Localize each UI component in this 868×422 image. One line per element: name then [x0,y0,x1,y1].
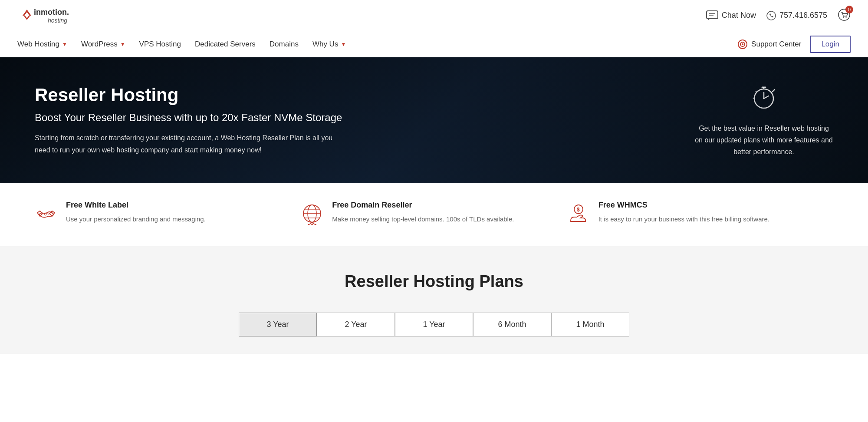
phone-action[interactable]: 757.416.6575 [766,11,827,20]
chat-now-link[interactable]: Chat Now [706,10,756,21]
feature-white-label: Free White Label Use your personalized b… [35,201,301,229]
login-button[interactable]: Login [810,36,851,53]
cart-count: 0 [845,6,853,13]
whmcs-body: Free WHMCS It is easy to run your busine… [598,201,769,224]
nav-wordpress[interactable]: WordPress ▼ [81,40,125,49]
whmcs-desc: It is easy to run your business with thi… [598,214,769,224]
nav-dedicated-servers-label: Dedicated Servers [195,40,256,49]
hero-side: Get the best value in Reseller web hosti… [694,83,833,158]
domain-reseller-desc: Make money selling top-level domains. 10… [332,214,514,224]
billing-tab-3year[interactable]: 3 Year [239,313,317,336]
nav-domains-label: Domains [270,40,299,49]
white-label-title: Free White Label [66,201,206,210]
nav-wordpress-label: WordPress [81,40,118,49]
billing-tabs: 3 Year 2 Year 1 Year 6 Month 1 Month [17,313,851,336]
hero-content: Reseller Hosting Boost Your Reseller Bus… [35,85,347,156]
whmcs-icon: $ [567,202,590,229]
globe-domain-icon [301,202,323,225]
svg-line-14 [764,96,769,99]
phone-number: 757.416.6575 [779,11,827,20]
nav-wordpress-chevron: ▼ [120,41,125,47]
support-icon [737,39,748,49]
nav-web-hosting-chevron: ▼ [62,41,67,47]
svg-point-18 [756,91,757,92]
main-nav: Web Hosting ▼ WordPress ▼ VPS Hosting De… [0,31,868,57]
top-bar: inmotion. hosting Chat Now 757.416.6575 [0,0,868,31]
nav-web-hosting[interactable]: Web Hosting ▼ [17,40,67,49]
billing-tab-1month[interactable]: 1 Month [551,313,629,336]
stopwatch-icon [750,83,778,111]
top-actions: Chat Now 757.416.6575 0 [706,8,851,23]
hero-section: Reseller Hosting Boost Your Reseller Bus… [0,57,868,183]
nav-why-us[interactable]: Why Us ▼ [312,40,346,49]
nav-dedicated-servers[interactable]: Dedicated Servers [195,40,256,49]
plans-section: Reseller Hosting Plans 3 Year 2 Year 1 Y… [0,246,868,354]
svg-point-20 [753,97,754,99]
svg-point-8 [845,16,846,17]
nav-web-hosting-label: Web Hosting [17,40,59,49]
domain-reseller-title: Free Domain Reseller [332,201,514,210]
cart-button[interactable]: 0 [838,8,851,23]
hero-description: Starting from scratch or transferring yo… [35,132,347,155]
logo-svg: inmotion. hosting [17,6,95,25]
phone-icon [766,11,776,20]
feature-domain-reseller: Free Domain Reseller Make money selling … [301,201,567,229]
white-label-body: Free White Label Use your personalized b… [66,201,206,224]
whmcs-title: Free WHMCS [598,201,769,210]
white-label-icon [35,202,57,229]
features-strip: Free White Label Use your personalized b… [0,183,868,246]
svg-rect-2 [707,11,718,19]
white-label-desc: Use your personalized branding and messa… [66,214,206,224]
hero-subtitle: Boost Your Reseller Business with up to … [35,111,347,124]
domain-reseller-icon [301,202,323,229]
nav-vps-hosting-label: VPS Hosting [139,40,181,49]
hero-side-icon [694,83,833,115]
billing-tab-1year[interactable]: 1 Year [395,313,473,336]
nav-vps-hosting[interactable]: VPS Hosting [139,40,181,49]
svg-line-17 [773,89,775,92]
feature-whmcs: $ Free WHMCS It is easy to run your busi… [567,201,833,229]
svg-text:$: $ [577,207,580,213]
billing-tab-2year[interactable]: 2 Year [317,313,395,336]
handshake-icon [35,202,57,225]
svg-point-11 [742,43,743,45]
svg-point-30 [311,224,313,225]
svg-point-7 [843,16,844,17]
nav-domains[interactable]: Domains [270,40,299,49]
chat-now-label: Chat Now [722,11,756,20]
nav-why-us-label: Why Us [312,40,339,49]
svg-point-19 [771,92,773,93]
support-center-label: Support Center [751,40,801,49]
svg-text:hosting: hosting [48,17,67,24]
svg-text:inmotion.: inmotion. [34,8,69,16]
logo[interactable]: inmotion. hosting [17,6,95,25]
svg-point-5 [767,11,776,20]
nav-why-us-chevron: ▼ [341,41,346,47]
hero-side-text: Get the best value in Reseller web hosti… [694,122,833,158]
plans-title: Reseller Hosting Plans [17,272,851,291]
chat-icon [706,10,718,21]
nav-right: Support Center Login [737,36,851,53]
support-center-link[interactable]: Support Center [737,39,801,49]
hero-title: Reseller Hosting [35,85,347,106]
domain-reseller-body: Free Domain Reseller Make money selling … [332,201,514,224]
billing-tab-6month[interactable]: 6 Month [473,313,551,336]
billing-hand-icon: $ [567,202,590,225]
